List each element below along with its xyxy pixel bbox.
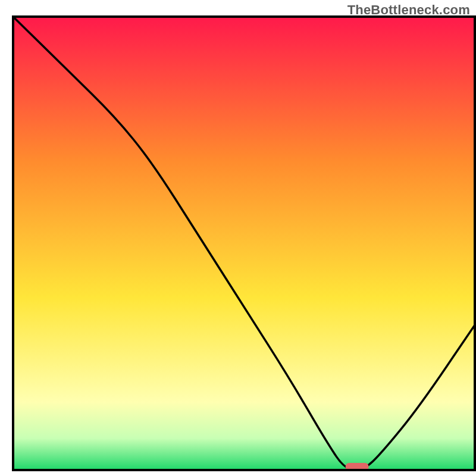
attribution-label: TheBottleneck.com	[347, 2, 470, 18]
chart-svg	[0, 0, 476, 476]
chart-container: TheBottleneck.com	[0, 0, 476, 476]
